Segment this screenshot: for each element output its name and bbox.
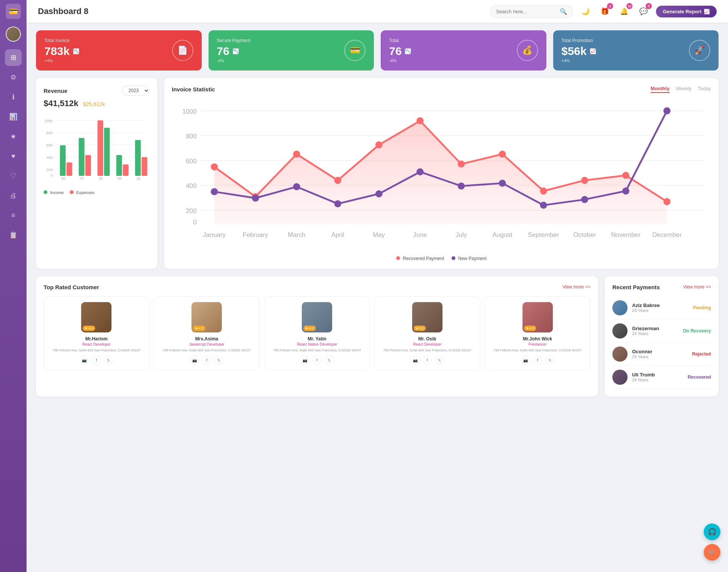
sidebar-item-list[interactable]: 📋 [5, 227, 22, 243]
instagram-icon-2[interactable]: 📷 [300, 356, 309, 365]
sidebar-item-favorites[interactable]: ♥ [5, 148, 22, 165]
svg-text:07: 07 [80, 176, 84, 180]
instagram-icon-3[interactable]: 📷 [411, 356, 420, 365]
cart-icon: 🛒 [708, 548, 716, 556]
search-box[interactable]: 🔍 [490, 5, 573, 18]
svg-text:1000: 1000 [182, 108, 196, 115]
rating-badge-1: ★ 4.2 [193, 326, 206, 331]
customer-name-0: Mr.Hariom [48, 336, 145, 342]
search-icon: 🔍 [560, 8, 567, 15]
bar-chart-svg: 1000 800 600 400 200 0 [44, 112, 150, 186]
customer-avatar-3: ★ 4.2 [412, 302, 442, 332]
legend-new-payment: New Payment [452, 256, 486, 261]
facebook-icon-2[interactable]: f [312, 356, 322, 365]
rating-badge-3: ★ 4.2 [414, 326, 426, 331]
stat-icon-promo: 🚀 [689, 40, 710, 61]
svg-text:10: 10 [136, 176, 140, 180]
svg-text:April: April [331, 231, 344, 238]
search-input[interactable] [496, 9, 557, 14]
instagram-icon-0[interactable]: 📷 [80, 356, 89, 365]
sidebar-item-starred[interactable]: ★ [5, 128, 22, 145]
payment-name-1: Griezerman [632, 326, 678, 331]
customer-avatar-2: ★ 4.2 [302, 302, 332, 332]
recovered-dot-jan [211, 163, 218, 171]
svg-text:December: December [652, 231, 682, 238]
recovered-dot-sep [540, 187, 547, 194]
stat-label-total: Total [389, 38, 411, 43]
notifications-button[interactable]: 🔔 12 [617, 5, 631, 18]
tab-weekly[interactable]: Weekly [676, 86, 692, 93]
customers-card: Top Rated Customer View more >> ★ 4.2 Mr… [36, 276, 598, 396]
sidebar-item-menu[interactable]: ≡ [5, 207, 22, 224]
stat-trend-invoice: +4% [44, 58, 79, 63]
bar-expense-10 [141, 157, 147, 176]
new-dot-apr [334, 200, 341, 207]
stat-value-total: 76 📉 [389, 45, 411, 58]
customer-role-4: Freelancer [489, 342, 586, 346]
payment-avatar-2 [612, 346, 628, 362]
facebook-icon-4[interactable]: f [533, 356, 542, 365]
bar-chart: 1000 800 600 400 200 0 [44, 112, 150, 195]
customer-name-1: Mrs.Asima [158, 336, 256, 342]
payment-info-3: Uli Trumb 24 Years [632, 372, 683, 382]
legend-recovered: Recovered Payment [396, 256, 444, 261]
cart-float-button[interactable]: 🛒 [704, 544, 720, 561]
menu-icon: ≡ [11, 212, 16, 219]
svg-text:400: 400 [47, 155, 53, 160]
customer-role-3: React Developer [378, 342, 476, 346]
sidebar-item-settings[interactable]: ⚙ [5, 69, 22, 86]
theme-toggle-button[interactable]: 🌙 [579, 5, 592, 18]
analytics-icon: 📊 [9, 113, 17, 121]
svg-text:August: August [493, 231, 513, 238]
instagram-icon-4[interactable]: 📷 [521, 356, 530, 365]
customer-socials-2: 📷 f 𝕏 [268, 356, 366, 365]
payment-info-1: Griezerman 24 Years [632, 326, 678, 336]
svg-text:0: 0 [193, 219, 196, 226]
svg-text:February: February [243, 231, 268, 238]
customer-card-1: ★ 4.2 Mrs.Asima Javascript Developer 795… [154, 296, 260, 371]
payment-status-0: Pending [693, 305, 711, 310]
customers-view-more[interactable]: View more >> [562, 284, 590, 290]
instagram-icon-1[interactable]: 📷 [190, 356, 199, 365]
messages-button[interactable]: 💬 5 [637, 5, 650, 18]
twitter-icon-2[interactable]: 𝕏 [325, 356, 334, 365]
sidebar-item-info[interactable]: ℹ [5, 89, 22, 105]
stat-icon-invoice: 📄 [172, 40, 193, 61]
sidebar-item-dashboard[interactable]: ⊞ [5, 49, 22, 66]
trend-arrow-secure: 📉 [232, 48, 239, 54]
svg-text:08: 08 [99, 176, 103, 180]
logo-icon: 💳 [9, 7, 18, 16]
sidebar-logo[interactable]: 💳 [6, 4, 21, 19]
line-chart-svg: 1000 800 600 400 200 0 [172, 97, 711, 253]
gift-button[interactable]: 🎁 2 [598, 5, 612, 18]
twitter-icon-1[interactable]: 𝕏 [214, 356, 223, 365]
generate-report-button[interactable]: Generate Report 📈 [656, 6, 717, 17]
sidebar-avatar[interactable] [6, 27, 21, 42]
new-dot-aug [499, 180, 506, 187]
svg-text:September: September [528, 231, 559, 238]
customer-address-0: 795 Folsom Ave, Suite 600 San Francisco,… [48, 348, 145, 353]
customer-address-4: 795 Folsom Ave, Suite 600 San Francisco,… [489, 348, 586, 353]
new-dot-jan [211, 188, 218, 195]
new-payment-dot-legend [452, 256, 455, 260]
sidebar-item-likes[interactable]: ♡ [5, 168, 22, 184]
sidebar-item-analytics[interactable]: 📊 [5, 108, 22, 125]
twitter-icon-0[interactable]: 𝕏 [104, 356, 113, 365]
facebook-icon-0[interactable]: f [92, 356, 101, 365]
sidebar-item-print[interactable]: 🖨 [5, 187, 22, 204]
recovered-dot-may [375, 141, 383, 149]
facebook-icon-3[interactable]: f [423, 356, 432, 365]
chart-bar-icon: 📈 [704, 9, 710, 14]
avatar-image [6, 27, 20, 41]
twitter-icon-4[interactable]: 𝕏 [545, 356, 554, 365]
svg-text:March: March [288, 231, 306, 238]
year-select[interactable]: 2023 2022 2021 [122, 86, 150, 96]
tab-today[interactable]: Today [698, 86, 711, 93]
twitter-icon-3[interactable]: 𝕏 [435, 356, 444, 365]
payments-view-more[interactable]: View more >> [683, 284, 711, 290]
support-float-button[interactable]: 🎧 [704, 523, 720, 540]
tab-monthly[interactable]: Monthly [651, 86, 670, 93]
header: Dashboard 8 🔍 🌙 🎁 2 🔔 12 💬 5 Gen [27, 0, 728, 23]
stat-cards: Total Invoice 783k 📉 +4% 📄 Secure Paymen… [36, 30, 719, 71]
facebook-icon-1[interactable]: f [202, 356, 211, 365]
